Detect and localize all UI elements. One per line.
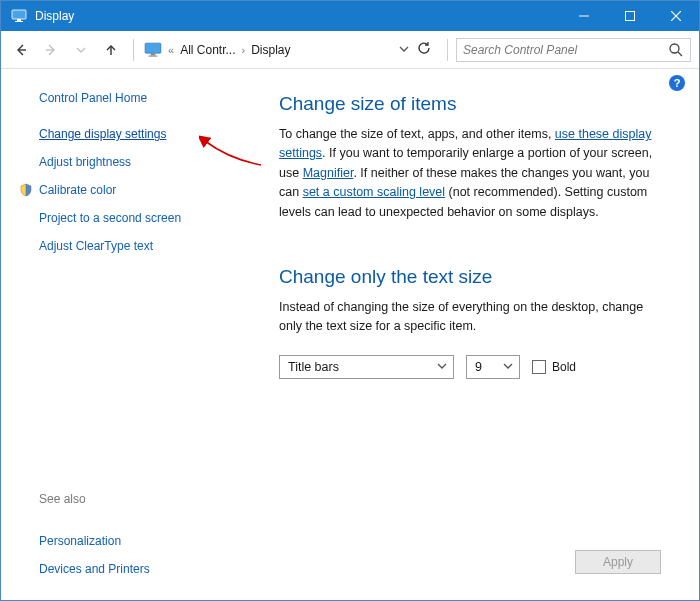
window: Display « All Contr... › Display: [0, 0, 700, 601]
sidebar-links: Change display settings Adjust brightnes…: [39, 127, 249, 253]
search-icon[interactable]: [668, 42, 684, 58]
address-dropdown-button[interactable]: [399, 43, 409, 57]
sidebar: Control Panel Home Change display settin…: [1, 69, 249, 600]
shield-icon: [19, 183, 33, 197]
forward-button[interactable]: [37, 36, 65, 64]
sidebar-calibrate-color[interactable]: Calibrate color: [39, 183, 249, 197]
see-also-heading: See also: [39, 492, 249, 506]
chevron-right-icon: ›: [237, 44, 249, 56]
breadcrumb[interactable]: « All Contr... › Display: [142, 42, 293, 58]
see-also: See also Personalization Devices and Pri…: [39, 492, 249, 600]
svg-rect-2: [15, 21, 23, 22]
sidebar-calibrate-color-label: Calibrate color: [39, 183, 116, 197]
display-app-icon: [11, 8, 27, 24]
control-panel-home-link[interactable]: Control Panel Home: [39, 91, 249, 105]
size-combo-value: 9: [475, 360, 482, 374]
paragraph-change-size: To change the size of text, apps, and ot…: [279, 125, 659, 222]
crumb-display[interactable]: Display: [249, 43, 292, 57]
sidebar-adjust-cleartype[interactable]: Adjust ClearType text: [39, 239, 249, 253]
item-combo[interactable]: Title bars: [279, 355, 454, 379]
svg-point-13: [670, 44, 679, 53]
svg-rect-0: [12, 10, 26, 19]
close-button[interactable]: [653, 1, 699, 31]
refresh-button[interactable]: [417, 41, 431, 58]
chevron-down-icon: [503, 360, 513, 374]
sidebar-project-second-screen[interactable]: Project to a second screen: [39, 211, 249, 225]
svg-rect-10: [145, 43, 161, 53]
sidebar-adjust-brightness[interactable]: Adjust brightness: [39, 155, 249, 169]
body-area: ? Control Panel Home Change display sett…: [1, 69, 699, 600]
minimize-button[interactable]: [561, 1, 607, 31]
svg-rect-1: [17, 19, 21, 21]
item-combo-value: Title bars: [288, 360, 339, 374]
svg-line-14: [678, 52, 682, 56]
up-button[interactable]: [97, 36, 125, 64]
divider: [133, 39, 134, 61]
monitor-icon: [144, 42, 162, 58]
bold-label: Bold: [552, 360, 576, 374]
chevron-down-icon: [437, 360, 447, 374]
recent-dropdown[interactable]: [67, 36, 95, 64]
back-button[interactable]: [7, 36, 35, 64]
crumb-all-control[interactable]: All Contr...: [178, 43, 237, 57]
titlebar: Display: [1, 1, 699, 31]
text-size-controls: Title bars 9 Bold: [279, 355, 659, 379]
svg-rect-12: [149, 55, 158, 56]
see-also-devices-printers[interactable]: Devices and Printers: [39, 562, 249, 576]
address-bar: « All Contr... › Display: [1, 31, 699, 69]
search-box[interactable]: [456, 38, 691, 62]
search-input[interactable]: [463, 43, 668, 57]
crumb-sep-icon: «: [164, 44, 178, 56]
bold-checkbox-wrap[interactable]: Bold: [532, 360, 576, 374]
see-also-personalization[interactable]: Personalization: [39, 534, 249, 548]
svg-rect-4: [626, 12, 635, 21]
divider: [447, 39, 448, 61]
link-magnifier[interactable]: Magnifier: [303, 166, 354, 180]
heading-text-size: Change only the text size: [279, 266, 659, 288]
paragraph-text-size: Instead of changing the size of everythi…: [279, 298, 659, 337]
window-controls: [561, 1, 699, 31]
size-combo[interactable]: 9: [466, 355, 520, 379]
window-title: Display: [35, 9, 561, 23]
sidebar-change-display-settings[interactable]: Change display settings: [39, 127, 249, 141]
svg-rect-11: [151, 53, 156, 55]
main-content: Change size of items To change the size …: [249, 69, 699, 600]
apply-button[interactable]: Apply: [575, 550, 661, 574]
maximize-button[interactable]: [607, 1, 653, 31]
link-custom-scaling[interactable]: set a custom scaling level: [303, 185, 445, 199]
heading-change-size: Change size of items: [279, 93, 659, 115]
bold-checkbox[interactable]: [532, 360, 546, 374]
